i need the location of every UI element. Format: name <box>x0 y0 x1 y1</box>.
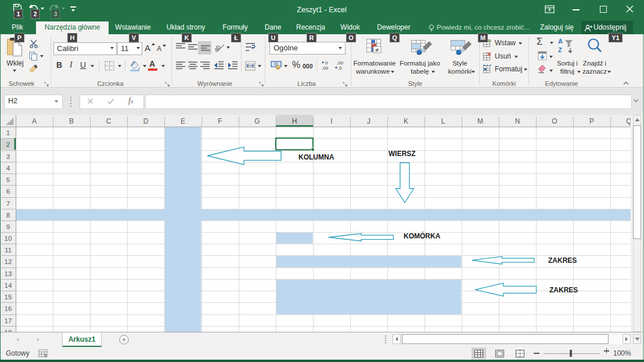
svg-text:K: K <box>404 117 408 125</box>
svg-text:A: A <box>558 38 563 45</box>
svg-text:8: 8 <box>6 212 10 219</box>
svg-text:F: F <box>218 117 222 125</box>
svg-text:0: 0 <box>325 60 328 66</box>
svg-text:KOMÓRKA: KOMÓRKA <box>404 231 441 240</box>
svg-text:3: 3 <box>6 153 10 160</box>
svg-text:ZAKRES: ZAKRES <box>549 286 578 294</box>
svg-text:,00: ,00 <box>322 66 329 70</box>
svg-text:O: O <box>552 117 557 125</box>
svg-text:J: J <box>367 117 370 125</box>
svg-text:≠: ≠ <box>375 46 379 53</box>
svg-text:17: 17 <box>5 317 12 324</box>
svg-text:KOLUMNA: KOLUMNA <box>298 153 334 161</box>
svg-text:ZAKRES: ZAKRES <box>548 256 577 265</box>
svg-text:G: G <box>254 117 260 125</box>
svg-text:6: 6 <box>6 188 10 195</box>
svg-text:9: 9 <box>6 223 10 230</box>
svg-text:1: 1 <box>6 129 10 136</box>
svg-text:C: C <box>106 117 111 125</box>
svg-text:13: 13 <box>5 270 12 277</box>
svg-text:L: L <box>441 117 445 125</box>
svg-text:M: M <box>477 117 483 125</box>
svg-text:7: 7 <box>6 200 10 207</box>
svg-text:B: B <box>69 117 74 125</box>
svg-text:A: A <box>32 117 37 125</box>
svg-text:P: P <box>589 117 594 125</box>
svg-text:WIERSZ: WIERSZ <box>388 150 416 158</box>
svg-text:2: 2 <box>6 141 10 148</box>
svg-text:12: 12 <box>5 258 12 265</box>
svg-text:4: 4 <box>6 165 10 172</box>
svg-text:Z: Z <box>558 46 562 53</box>
svg-text:H: H <box>292 117 297 125</box>
svg-text:11: 11 <box>5 247 12 254</box>
svg-text:I: I <box>330 117 332 125</box>
svg-text:,0: ,0 <box>338 66 342 70</box>
svg-text:D: D <box>143 117 149 125</box>
svg-text:5: 5 <box>6 176 10 183</box>
svg-text:16: 16 <box>5 305 12 312</box>
svg-text:,00: ,00 <box>337 60 343 66</box>
svg-text:E: E <box>181 117 185 125</box>
svg-text:10: 10 <box>5 235 12 242</box>
svg-text:N: N <box>515 117 520 125</box>
svg-text:14: 14 <box>5 282 12 289</box>
svg-text:15: 15 <box>5 294 12 301</box>
